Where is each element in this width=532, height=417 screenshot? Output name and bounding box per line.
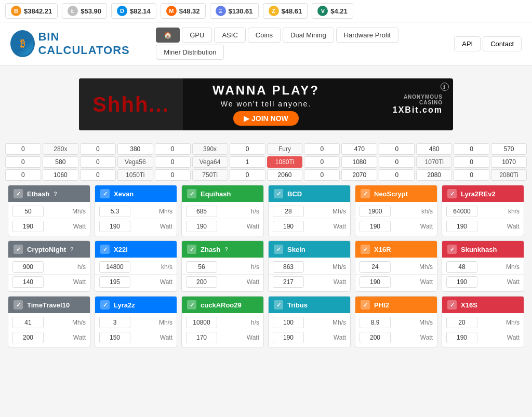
gpu-count-input[interactable]	[491, 156, 527, 168]
algo-value-input[interactable]	[186, 261, 217, 273]
algo-header[interactable]: ✓ Skunkhash	[442, 241, 524, 258]
gpu-count-input[interactable]	[230, 156, 265, 168]
gpu-count-input[interactable]	[43, 156, 78, 168]
algo-value-input[interactable]	[273, 276, 304, 288]
nav-coins-button[interactable]: Coins	[248, 28, 281, 43]
gpu-count-input[interactable]	[454, 156, 489, 168]
algo-checkbox[interactable]: ✓	[100, 300, 110, 310]
algo-header[interactable]: ✓ Equihash	[182, 185, 263, 202]
algo-header[interactable]: ✓ X16S	[442, 297, 524, 313]
algo-value-input[interactable]	[446, 221, 477, 232]
gpu-count-input[interactable]	[341, 156, 377, 168]
algo-checkbox[interactable]: ✓	[447, 300, 457, 310]
algo-value-input[interactable]	[273, 317, 304, 328]
algo-value-input[interactable]	[186, 221, 217, 232]
algo-checkbox[interactable]: ✓	[187, 300, 196, 310]
gpu-count-input[interactable]	[379, 156, 415, 168]
gpu-count-input[interactable]	[5, 156, 41, 168]
ad-join-button[interactable]: ▶ JOIN NOW	[233, 111, 299, 126]
gpu-count-input[interactable]	[230, 169, 265, 181]
algo-checkbox[interactable]: ✓	[361, 300, 370, 310]
algo-value-input[interactable]	[360, 276, 391, 288]
algo-header[interactable]: ✓ cuckARoo29	[182, 297, 263, 313]
gpu-count-input[interactable]	[230, 143, 265, 155]
nav-contact-button[interactable]: Contact	[483, 36, 522, 51]
nav-home-button[interactable]: 🏠	[156, 28, 180, 43]
algo-header[interactable]: ✓ X16R	[355, 241, 437, 258]
algo-header[interactable]: ✓ TimeTravel10	[8, 297, 90, 313]
algo-checkbox[interactable]: ✓	[447, 189, 457, 198]
algo-value-input[interactable]	[99, 317, 130, 328]
algo-header[interactable]: ✓ Lyra2z	[95, 297, 177, 313]
gpu-count-input[interactable]	[454, 169, 489, 181]
algo-value-input[interactable]	[99, 332, 130, 343]
algo-value-input[interactable]	[446, 261, 477, 273]
info-icon[interactable]: ?	[70, 246, 74, 252]
algo-checkbox[interactable]: ✓	[14, 189, 23, 198]
nav-gpu-button[interactable]: GPU	[182, 28, 212, 43]
algo-header[interactable]: ✓ PHI2	[355, 297, 437, 313]
nav-api-button[interactable]: API	[454, 36, 481, 51]
info-icon[interactable]: ?	[54, 191, 57, 197]
algo-checkbox[interactable]: ✓	[187, 245, 196, 254]
algo-checkbox[interactable]: ✓	[187, 189, 196, 198]
gpu-count-input[interactable]	[5, 143, 41, 155]
gpu-count-input[interactable]	[80, 169, 116, 181]
algo-value-input[interactable]	[360, 317, 391, 328]
gpu-count-input[interactable]	[416, 169, 452, 181]
nav-miner-button[interactable]: Miner Distribution	[156, 45, 224, 60]
algo-value-input[interactable]	[99, 206, 130, 217]
gpu-count-input[interactable]	[416, 143, 452, 155]
algo-value-input[interactable]	[12, 221, 44, 232]
algo-value-input[interactable]	[186, 276, 217, 288]
gpu-count-input[interactable]	[341, 143, 377, 155]
algo-value-input[interactable]	[446, 317, 477, 328]
algo-header[interactable]: ✓ X22i	[95, 241, 177, 258]
gpu-count-input[interactable]	[155, 169, 191, 181]
ad-banner[interactable]: Shhh... WANNA PLAY? We won't tell anyone…	[79, 78, 453, 130]
algo-value-input[interactable]	[186, 332, 217, 343]
gpu-count-input[interactable]	[80, 143, 116, 155]
algo-value-input[interactable]	[99, 276, 130, 288]
algo-header[interactable]: ✓ Zhash ?	[182, 241, 263, 258]
algo-value-input[interactable]	[12, 206, 44, 217]
gpu-count-input[interactable]	[155, 143, 191, 155]
gpu-count-input[interactable]	[379, 169, 415, 181]
algo-header[interactable]: ✓ Xevan	[95, 185, 177, 202]
algo-checkbox[interactable]: ✓	[14, 245, 23, 254]
algo-value-input[interactable]	[12, 276, 44, 288]
algo-value-input[interactable]	[360, 332, 391, 343]
algo-checkbox[interactable]: ✓	[100, 189, 110, 198]
algo-checkbox[interactable]: ✓	[274, 189, 283, 198]
algo-checkbox[interactable]: ✓	[100, 245, 110, 254]
algo-value-input[interactable]	[12, 332, 44, 343]
algo-checkbox[interactable]: ✓	[361, 189, 370, 198]
algo-header[interactable]: ✓ Lyra2REv2	[442, 185, 524, 202]
algo-header[interactable]: ✓ Tribus	[269, 297, 350, 313]
algo-value-input[interactable]	[360, 261, 391, 273]
algo-value-input[interactable]	[99, 221, 130, 232]
gpu-count-input[interactable]	[117, 143, 153, 155]
algo-value-input[interactable]	[273, 221, 304, 232]
algo-value-input[interactable]	[273, 206, 304, 217]
nav-asic-button[interactable]: ASIC	[214, 28, 245, 43]
ad-info-icon[interactable]: ℹ	[441, 83, 449, 91]
gpu-count-input[interactable]	[379, 143, 415, 155]
algo-header[interactable]: ✓ Ethash ?	[8, 185, 90, 202]
algo-checkbox[interactable]: ✓	[274, 245, 283, 254]
algo-value-input[interactable]	[446, 332, 477, 343]
algo-value-input[interactable]	[273, 332, 304, 343]
algo-checkbox[interactable]: ✓	[14, 300, 23, 310]
algo-checkbox[interactable]: ✓	[274, 300, 283, 310]
algo-value-input[interactable]	[12, 261, 44, 273]
gpu-count-input[interactable]	[5, 169, 41, 181]
info-icon[interactable]: ?	[224, 246, 228, 252]
gpu-count-input[interactable]	[491, 143, 527, 155]
gpu-count-input[interactable]	[155, 156, 191, 168]
gpu-count-input[interactable]	[43, 169, 78, 181]
gpu-count-input[interactable]	[267, 169, 303, 181]
algo-value-input[interactable]	[12, 317, 44, 328]
algo-value-input[interactable]	[446, 206, 477, 217]
algo-header[interactable]: ✓ Skein	[269, 241, 350, 258]
gpu-count-input[interactable]	[80, 156, 116, 168]
